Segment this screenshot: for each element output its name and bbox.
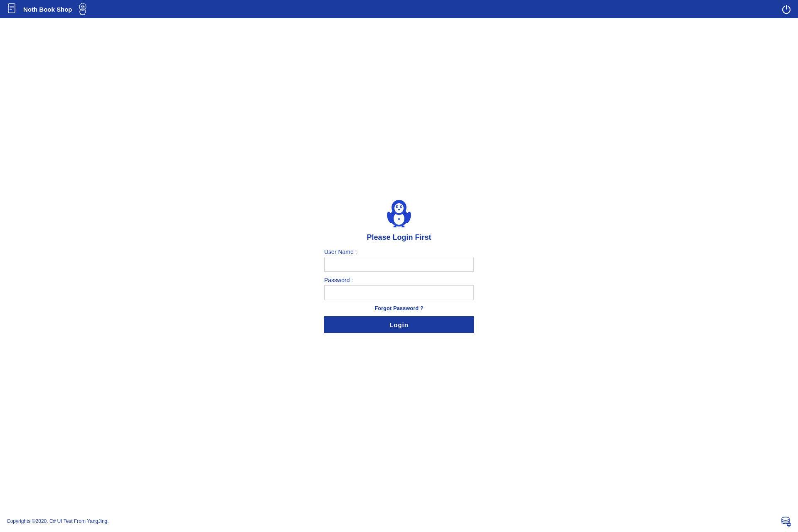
footer-db-icon [780,515,791,527]
svg-point-15 [397,206,398,207]
login-button[interactable]: Login [324,316,474,333]
navbar-title: Noth Book Shop [23,6,72,13]
navbar-logo-icon [7,3,19,15]
svg-rect-0 [8,4,15,13]
svg-point-12 [394,203,404,213]
username-label: User Name : [324,249,474,255]
username-input[interactable] [324,257,474,272]
svg-point-8 [80,9,86,15]
password-input[interactable] [324,285,474,300]
username-group: User Name : [324,249,474,272]
login-title: Please Login First [367,233,431,242]
navbar-penguin-icon [76,2,89,16]
svg-point-7 [84,6,84,7]
footer-copyright: Copyrights ©2020. C# UI Test From YangJi… [7,518,109,524]
svg-point-16 [401,206,402,207]
forgot-password-link[interactable]: Forgot Password ? [374,305,424,311]
penguin-logo-icon [382,196,416,229]
navbar: Noth Book Shop [0,0,798,18]
password-label: Password : [324,277,474,283]
svg-point-19 [782,517,789,520]
password-group: Password : [324,277,474,300]
svg-point-6 [81,6,82,7]
svg-point-21 [788,524,790,525]
footer: Copyrights ©2020. C# UI Test From YangJi… [0,510,798,532]
main-content: Please Login First User Name : Password … [0,18,798,510]
svg-point-5 [81,5,85,10]
login-container: Please Login First User Name : Password … [324,196,474,333]
navbar-left: Noth Book Shop [7,2,89,16]
power-icon[interactable] [781,4,791,14]
